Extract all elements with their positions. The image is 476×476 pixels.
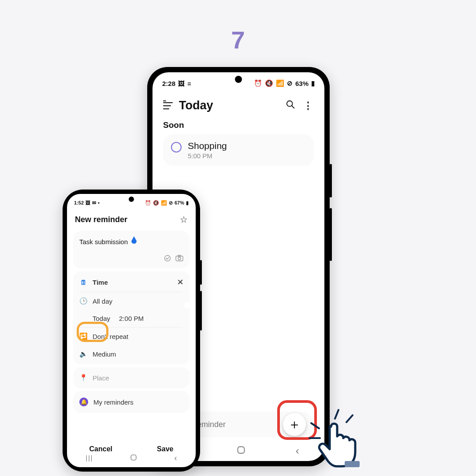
back-button[interactable]: ‹ (296, 445, 299, 457)
status-time-small: 1:52 (74, 200, 84, 205)
place-card[interactable]: 📍 Place (73, 367, 190, 388)
mail-icon: ✉ (92, 200, 96, 206)
svg-rect-12 (131, 455, 137, 460)
reminder-time: 5:00 PM (188, 152, 227, 160)
section-soon-title: Soon (163, 120, 314, 130)
svg-rect-2 (238, 446, 245, 453)
alert-row[interactable]: 🔈 Medium (79, 345, 183, 363)
svg-point-10 (178, 257, 181, 260)
star-icon[interactable]: ☆ (180, 214, 188, 225)
wifi-icon: 📶 (276, 79, 284, 87)
alarm-icon: ⏰ (145, 200, 151, 206)
camera-icon[interactable] (175, 255, 183, 263)
menu-icon[interactable] (163, 102, 173, 109)
svg-line-6 (346, 415, 353, 422)
front-camera-small (129, 197, 134, 202)
svg-line-1 (292, 106, 294, 108)
wifi-icon: 📶 (161, 200, 167, 206)
no-sim-icon: ⊘ (287, 79, 293, 87)
task-input-card[interactable]: Task submission (73, 231, 190, 268)
battery-icon: ▮ (186, 200, 189, 206)
battery-small: 67% (175, 200, 184, 205)
new-reminder-title: New reminder (75, 215, 127, 224)
sound-icon: 🔈 (79, 350, 87, 358)
text-cursor-icon (131, 236, 137, 244)
task-text: Task submission (79, 238, 128, 245)
recents-button[interactable]: ||| (86, 454, 93, 461)
front-camera (235, 76, 242, 83)
time-row[interactable]: 🗓 Time ✕ (79, 273, 183, 292)
time-card: 🗓 Time ✕ 🕒 All day Today 2:00 PM 🔁 (73, 271, 190, 364)
status-time: 2:28 (162, 80, 175, 87)
home-button[interactable] (130, 454, 137, 462)
date-value[interactable]: Today (93, 315, 110, 322)
phone-small: 1:52 🖼 ✉ • ⏰ 🔇 📶 ⊘ 67% ▮ New reminder ☆ (63, 190, 200, 472)
calendar-icon: 🗓 (79, 279, 87, 286)
alarm-icon: ⏰ (254, 79, 262, 87)
step-number: 7 (0, 26, 476, 54)
notif-icon: ≡ (187, 80, 190, 87)
add-button[interactable]: ＋ (283, 413, 306, 436)
close-icon[interactable]: ✕ (177, 278, 183, 287)
image-icon: 🖼 (178, 80, 185, 87)
mute-icon: 🔇 (265, 79, 273, 87)
search-icon[interactable] (285, 100, 296, 112)
bell-icon: 🔔 (79, 398, 88, 406)
nav-bar-small: ||| ‹ (67, 450, 196, 465)
mute-icon: 🔇 (153, 200, 159, 206)
highlight-today (77, 322, 108, 342)
location-icon: 📍 (79, 374, 87, 382)
clock-icon: 🕒 (79, 297, 87, 305)
reminder-card[interactable]: Shopping 5:00 PM (163, 134, 314, 166)
svg-rect-7 (345, 461, 360, 467)
list-card[interactable]: 🔔 My reminders (73, 391, 190, 413)
more-icon[interactable]: ⋮ (302, 100, 314, 112)
checklist-icon[interactable] (164, 255, 171, 263)
image-icon: 🖼 (86, 200, 90, 205)
reminder-title: Shopping (188, 141, 227, 151)
all-day-row[interactable]: 🕒 All day (79, 292, 183, 310)
checkbox-icon[interactable] (171, 142, 182, 152)
back-button[interactable]: ‹ (174, 454, 177, 463)
time-value[interactable]: 2:00 PM (119, 315, 144, 322)
battery-icon: ▮ (311, 79, 315, 87)
page-title: Today (179, 99, 213, 112)
no-sim-icon: ⊘ (169, 200, 173, 206)
plus-icon: ＋ (288, 416, 301, 434)
more-notif-icon: • (98, 200, 100, 205)
home-button[interactable] (237, 446, 245, 456)
notif-dot (163, 100, 166, 102)
svg-line-5 (335, 410, 338, 419)
status-battery: 63% (295, 80, 309, 87)
